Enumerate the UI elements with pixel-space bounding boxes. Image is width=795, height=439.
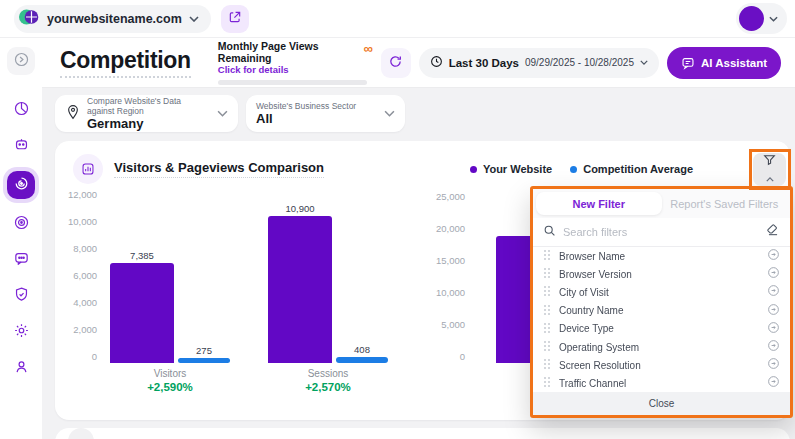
sidebar-item-chat[interactable] — [7, 246, 35, 274]
chart-title: Visitors & Pageviews Comparison — [114, 160, 324, 178]
filter-search-row — [533, 218, 790, 247]
filter-item-label: Country Name — [559, 305, 759, 316]
sidebar-toggle-button[interactable] — [7, 47, 35, 75]
region-filter[interactable]: Compare Website's Data against Region Ge… — [55, 95, 238, 132]
filter-item-browser-version[interactable]: Browser Version — [533, 265, 790, 283]
filter-item-device-type[interactable]: Device Type — [533, 320, 790, 338]
sector-filter-label: Website's Business Sector — [256, 101, 356, 111]
sidebar-item-account[interactable] — [7, 354, 35, 382]
sidebar-item-settings[interactable] — [7, 318, 35, 346]
bar-chart-icon — [73, 154, 103, 184]
page-views-details-link[interactable]: Click for details — [218, 64, 367, 75]
filter-item-label: Traffic Channel — [559, 378, 759, 389]
open-site-button[interactable] — [221, 5, 249, 33]
right-axis-tick: 10,000 — [430, 287, 465, 298]
left-axis-tick: 8,000 — [67, 243, 97, 254]
user-icon — [13, 358, 30, 378]
ai-assistant-button[interactable]: AI Assistant — [667, 47, 781, 79]
region-filter-label: Compare Website's Data against Region — [87, 96, 209, 116]
left-axis-tick: 4,000 — [67, 297, 97, 308]
legend-item[interactable]: Competition Average — [570, 163, 693, 175]
right-axis-tick: 0 — [430, 351, 465, 362]
right-axis-tick: 25,000 — [430, 191, 465, 202]
arrow-right-circle-icon[interactable] — [767, 247, 780, 265]
filter-search-input[interactable] — [563, 226, 759, 238]
pie-chart-icon — [13, 100, 30, 120]
sidebar-item-privacy[interactable] — [7, 282, 35, 310]
drag-handle-icon[interactable] — [543, 265, 551, 283]
drag-handle-icon[interactable] — [543, 356, 551, 374]
change-percent-label: +2,590% — [120, 381, 220, 393]
legend-item[interactable]: Your Website — [470, 163, 552, 175]
drag-handle-icon[interactable] — [543, 302, 551, 320]
filter-item-browser-name[interactable]: Browser Name — [533, 247, 790, 265]
chart-filter-button[interactable] — [753, 153, 786, 186]
arrow-right-circle-icon[interactable] — [767, 283, 780, 301]
category-label: Sessions — [278, 368, 378, 379]
left-axis-tick: 12,000 — [67, 189, 97, 200]
sidebar-item-bot[interactable] — [7, 132, 35, 160]
chevron-down-icon — [217, 110, 228, 117]
chevron-down-icon — [640, 60, 648, 65]
comparison-filters: Compare Website's Data against Region Ge… — [55, 95, 795, 132]
left-axis-tick: 6,000 — [67, 270, 97, 281]
clock-icon — [430, 54, 443, 72]
arrow-right-circle-icon[interactable] — [767, 320, 780, 338]
filter-panel: New Filter Report's Saved Filters Browse… — [530, 186, 793, 418]
site-selector[interactable]: yourwebsitename.com — [14, 5, 211, 33]
arrow-right-circle-icon[interactable] — [767, 302, 780, 320]
chart-legend: Your WebsiteCompetition Average — [470, 163, 693, 175]
filter-item-traffic-channel[interactable]: Traffic Channel — [533, 374, 790, 392]
close-panel-button[interactable]: Close — [533, 392, 790, 415]
arrow-right-circle-icon[interactable] — [767, 356, 780, 374]
sidebar-item-competition[interactable] — [7, 171, 35, 199]
section-icon-placeholder — [68, 428, 94, 439]
drag-handle-icon[interactable] — [543, 247, 551, 265]
legend-label: Your Website — [483, 163, 552, 175]
page-views-progress-bar — [218, 80, 367, 85]
chevron-down-icon — [769, 16, 778, 22]
bar-value-label: 275 — [172, 345, 236, 356]
bar-value-label: 7,385 — [110, 250, 174, 261]
page-header: Competition Monthly Page Views Remaining… — [42, 38, 795, 88]
drag-handle-icon[interactable] — [543, 374, 551, 392]
refresh-icon — [388, 54, 403, 72]
ai-chat-icon — [681, 56, 695, 70]
next-section-card — [55, 428, 790, 439]
tab-saved-filters[interactable]: Report's Saved Filters — [662, 192, 788, 215]
legend-dot — [570, 166, 577, 173]
filter-item-screen-resolution[interactable]: Screen Resolution — [533, 356, 790, 374]
left-axis-tick: 2,000 — [67, 324, 97, 335]
toggle-sidebar-icon — [13, 51, 30, 71]
filter-item-city-of-visit[interactable]: City of Visit — [533, 283, 790, 301]
category-label: Visitors — [120, 368, 220, 379]
arrow-right-circle-icon[interactable] — [767, 374, 780, 392]
right-axis-tick: 20,000 — [430, 223, 465, 234]
drag-handle-icon[interactable] — [543, 320, 551, 338]
bar-your-website — [110, 263, 174, 363]
sector-filter-value: All — [256, 111, 356, 126]
user-menu[interactable] — [736, 3, 787, 34]
drag-handle-icon[interactable] — [543, 283, 551, 301]
sidebar-item-analytics[interactable] — [7, 96, 35, 124]
arrow-right-circle-icon[interactable] — [767, 338, 780, 356]
sector-filter[interactable]: Website's Business Sector All — [246, 95, 405, 132]
tab-new-filter[interactable]: New Filter — [536, 192, 662, 215]
external-link-icon — [228, 10, 242, 27]
arrow-right-circle-icon[interactable] — [767, 265, 780, 283]
bar-value-label: 10,900 — [268, 203, 332, 214]
bot-icon — [13, 136, 30, 156]
refresh-button[interactable] — [381, 48, 411, 78]
filter-item-label: Operating System — [559, 342, 759, 353]
filter-item-label: Browser Version — [559, 269, 759, 280]
sidebar-item-goals[interactable] — [7, 210, 35, 238]
clear-eraser-icon[interactable] — [766, 223, 780, 241]
filter-item-operating-system[interactable]: Operating System — [533, 338, 790, 356]
date-range-picker[interactable]: Last 30 Days 09/29/2025 - 10/28/2025 — [419, 48, 659, 78]
region-filter-value: Germany — [87, 116, 209, 131]
infinity-value: ∞ — [364, 41, 373, 56]
target-icon — [13, 214, 30, 234]
drag-handle-icon[interactable] — [543, 338, 551, 356]
filter-item-country-name[interactable]: Country Name — [533, 302, 790, 320]
filter-item-label: Screen Resolution — [559, 360, 759, 371]
